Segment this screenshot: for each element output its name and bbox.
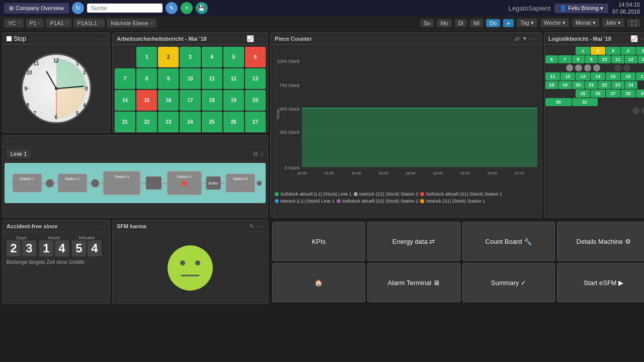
alarm-terminal-button[interactable]: Alarm Terminal 🖥 xyxy=(367,263,460,302)
filter-icon[interactable]: ▼ xyxy=(522,35,528,42)
arbeit-panel: Arbeitssicherheitsbericht - Mai '18 📈 ··… xyxy=(112,32,268,133)
minutes-counter: Minutes 5 4 xyxy=(72,235,102,256)
edit-button[interactable]: ✎ xyxy=(166,2,178,14)
count-board-button[interactable]: Count Board 🔧 xyxy=(462,222,555,261)
logistik-menu[interactable]: ··· xyxy=(640,36,644,42)
karma-panel: SFM karma ✎ ··· xyxy=(112,220,268,304)
day-do[interactable]: Do xyxy=(486,19,500,27)
add-button[interactable]: + xyxy=(181,2,193,14)
svg-text:250 Stück: 250 Stück xyxy=(279,130,300,135)
linie-map: Station 1 Station 2 Station 3 Station 5 xyxy=(5,163,266,203)
svg-point-44 xyxy=(195,260,200,265)
arbeit-trend-icon[interactable]: 📈 xyxy=(247,35,254,42)
swap-icon[interactable]: ⇄ xyxy=(515,35,520,42)
start-esfm-label: Start eSFM ▶ xyxy=(584,279,623,287)
chart-area-fill xyxy=(302,108,537,167)
dropdown-jahr[interactable]: Jahr ▾ xyxy=(602,19,624,27)
linie-panel: ··· Linie 1 ⊟ ⌂ Station 1 Station xyxy=(2,135,268,218)
minutes-digit-1: 5 xyxy=(72,240,86,256)
linie-tab[interactable]: Linie 1 xyxy=(7,149,31,158)
breadcrumb-p1[interactable]: P1 › xyxy=(26,19,44,28)
arbeit-day: 27 xyxy=(245,112,266,132)
logistik-day-10: 10 xyxy=(598,55,611,63)
logistik-day-6: 6 xyxy=(545,55,558,63)
svg-text:Station 3: Station 3 xyxy=(114,174,129,179)
piece-counter-menu[interactable]: ··· xyxy=(530,36,537,42)
legend-sollstuck-l1: Sollstück aktuell (L1) |Stück| Linie 1 xyxy=(275,192,352,197)
logistik-day-5: 5 xyxy=(636,47,644,55)
day-di[interactable]: Di xyxy=(455,19,467,27)
svg-text:0 Stück: 0 Stück xyxy=(284,165,300,170)
linie-minimize[interactable]: ⊟ xyxy=(253,150,258,157)
ind-5 xyxy=(614,64,621,71)
logistik-day-4: 4 xyxy=(621,47,635,55)
svg-point-36 xyxy=(182,180,187,186)
clock-3: 3 xyxy=(85,86,88,92)
search-input[interactable] xyxy=(87,4,163,13)
energy-data-button[interactable]: Energy data ⇄ xyxy=(367,222,460,261)
piece-counter-chart: 1000 Stück 750 Stück 500 Stück 250 Stück… xyxy=(275,47,537,188)
svg-text:Station 1: Station 1 xyxy=(20,176,34,181)
arbeit-day xyxy=(115,47,135,67)
arbeit-day: 17 xyxy=(180,90,200,111)
arbeit-day: 14 xyxy=(115,90,135,111)
breadcrumb-p1a1[interactable]: P1A1 › xyxy=(46,19,71,28)
arbeit-day: 20 xyxy=(245,90,266,111)
svg-point-27 xyxy=(46,179,54,188)
dropdown-tag[interactable]: Tag ▾ xyxy=(517,19,537,27)
bottom-nav: KPIs Energy data ⇄ Count Board 🔧 Details… xyxy=(270,220,644,304)
summary-button[interactable]: Summary ✓ xyxy=(462,263,555,302)
clock-menu[interactable]: ··· xyxy=(98,35,106,42)
logistik-title: Logistikbericht - Mai '18 xyxy=(548,36,611,42)
logistik-day-28: 28 xyxy=(621,89,635,98)
day-active-indicator[interactable]: ● xyxy=(503,19,514,27)
legend-dot-gray xyxy=(354,192,358,196)
linie-home[interactable]: ⌂ xyxy=(260,150,264,157)
ind-2 xyxy=(575,64,582,71)
logistik-trend-icon[interactable]: 📈 xyxy=(630,35,638,42)
legend-dot-green xyxy=(275,192,279,196)
svg-text:Station 2: Station 2 xyxy=(65,176,79,181)
day-mi[interactable]: MI xyxy=(470,19,483,27)
svg-text:18:50: 18:50 xyxy=(406,171,416,175)
clock-2: 2 xyxy=(83,70,86,75)
logistik-day-31: 31 xyxy=(572,98,598,106)
logistik-day-7: 7 xyxy=(558,55,571,63)
home-button[interactable]: 🏠 xyxy=(272,263,365,302)
breadcrumb-yc[interactable]: YC › xyxy=(4,19,24,28)
breadcrumb-next[interactable]: Nächste Ebene › xyxy=(107,19,156,28)
user-button[interactable]: 👤 Felix Böning ▾ xyxy=(554,4,608,13)
dropdown-monat[interactable]: Monat ▾ xyxy=(572,19,599,27)
breadcrumb-p1a1l1[interactable]: P1A1L1 › xyxy=(73,19,105,28)
day-so[interactable]: So xyxy=(420,19,434,27)
save-button[interactable]: 💾 xyxy=(196,2,208,14)
karma-menu[interactable]: ··· xyxy=(256,223,264,229)
arbeit-day: 1 xyxy=(136,47,157,67)
start-esfm-button[interactable]: Start eSFM ▶ xyxy=(557,263,644,302)
arbeit-menu[interactable]: ··· xyxy=(256,36,264,42)
logistik-day-16: 16 xyxy=(621,72,635,80)
dropdown-woche[interactable]: Woche ▾ xyxy=(540,19,569,27)
ind-3 xyxy=(584,64,591,71)
legend-dot-red xyxy=(420,192,424,196)
arbeit-day: 11 xyxy=(202,68,222,89)
clock-8: 8 xyxy=(27,103,30,108)
accident-body: Days 2 3 Hours 1 4 Minutes 5 xyxy=(3,232,110,268)
linie-menu[interactable]: ··· xyxy=(7,138,15,145)
logistik-day-25: 25 xyxy=(576,89,590,98)
logistik-day-11b: 11 xyxy=(545,72,560,80)
karma-edit-icon[interactable]: ✎ xyxy=(249,223,254,230)
svg-text:19:05: 19:05 xyxy=(487,171,498,175)
accident-menu[interactable]: ··· xyxy=(98,223,106,229)
logistik-day-26: 26 xyxy=(591,89,605,98)
refresh-button[interactable]: ↻ xyxy=(72,2,84,14)
day-mo[interactable]: Mo xyxy=(437,19,451,27)
company-overview-button[interactable]: ⊞ Company Overview xyxy=(4,3,69,14)
summary-label: Summary ✓ xyxy=(491,279,526,287)
svg-text:Stück: Stück xyxy=(276,109,280,119)
clock-panel: Stop ··· 12 3 6 9 xyxy=(2,32,110,133)
kpis-button[interactable]: KPIs xyxy=(272,222,365,261)
fullscreen-button[interactable]: ⛶ xyxy=(627,19,640,27)
details-machine-button[interactable]: Details Machine ⚙ xyxy=(557,222,644,261)
top-bar-right: LegatoSapient 👤 Felix Böning ▾ 14:54:15 … xyxy=(508,1,640,16)
